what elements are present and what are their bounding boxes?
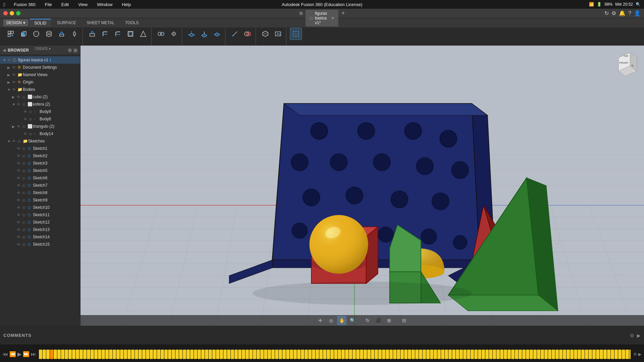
- tab-surface[interactable]: SURFACE: [52, 19, 81, 26]
- timeline-item[interactable]: [563, 350, 566, 359]
- visibility-icon[interactable]: 👁: [17, 169, 21, 173]
- timeline-item[interactable]: [175, 350, 179, 359]
- timeline-item[interactable]: [98, 350, 101, 359]
- timeline-item[interactable]: [327, 350, 330, 359]
- timeline-item[interactable]: [596, 350, 599, 359]
- refresh-icon[interactable]: ↻: [604, 10, 609, 16]
- timeline-item[interactable]: [570, 350, 574, 359]
- interference-btn[interactable]: [241, 28, 254, 40]
- timeline-item[interactable]: [364, 350, 367, 359]
- tree-item-sketch10[interactable]: 👁 ◎ ⬡ Sketch10: [0, 204, 80, 211]
- timeline-item[interactable]: [581, 350, 585, 359]
- timeline-item[interactable]: [275, 350, 278, 359]
- display-settings-icon[interactable]: ⊟: [399, 316, 409, 325]
- tree-item-sketch12[interactable]: 👁 ◎ ⬡ Sketch12: [0, 219, 80, 226]
- timeline-settings-icon[interactable]: ⚙: [633, 352, 637, 357]
- notifications-icon[interactable]: 🔔: [619, 10, 626, 16]
- tree-item-sketch8[interactable]: 👁 ◎ ⬡ Sketch8: [0, 189, 80, 196]
- timeline-item[interactable]: [460, 350, 463, 359]
- visibility-icon[interactable]: 👁: [23, 117, 28, 121]
- account-icon[interactable]: 👤: [634, 10, 641, 16]
- timeline-item[interactable]: [150, 350, 153, 359]
- timeline-item[interactable]: [91, 350, 94, 359]
- visibility-icon[interactable]: 👁: [17, 95, 21, 99]
- browser-expand-icon[interactable]: ⊞: [73, 48, 77, 53]
- timeline-item[interactable]: [168, 350, 171, 359]
- visibility-icon[interactable]: 👁: [12, 73, 17, 77]
- timeline-item[interactable]: [585, 350, 588, 359]
- timeline-item[interactable]: [412, 350, 415, 359]
- timeline-item[interactable]: [519, 350, 522, 359]
- timeline-item[interactable]: [297, 350, 301, 359]
- timeline-item[interactable]: [430, 350, 433, 359]
- tree-item-sketch5[interactable]: 👁 ◎ ⬡ Sketch5: [0, 167, 80, 174]
- menu-window[interactable]: Window: [95, 1, 114, 8]
- timeline-item[interactable]: [257, 350, 260, 359]
- new-component-btn[interactable]: [5, 28, 17, 40]
- timeline-item[interactable]: [293, 350, 297, 359]
- viewport[interactable]: FRONT TOP RT ✛ ◎ ✋ 🔍 ↻ ⬛ ⊞ ⊟: [80, 46, 644, 326]
- visibility-icon[interactable]: 👁: [17, 235, 21, 239]
- timeline-item[interactable]: [246, 350, 249, 359]
- timeline-item[interactable]: [316, 350, 319, 359]
- timeline-item[interactable]: [290, 350, 293, 359]
- offset-plane-btn[interactable]: [185, 28, 198, 40]
- timeline-item[interactable]: [238, 350, 241, 359]
- timeline-item[interactable]: [600, 350, 603, 359]
- timeline-item[interactable]: [397, 350, 400, 359]
- pan-icon[interactable]: ✋: [337, 316, 346, 325]
- timeline-item[interactable]: [415, 350, 419, 359]
- timeline-item[interactable]: [419, 350, 422, 359]
- timeline-item[interactable]: [54, 350, 57, 359]
- timeline-item[interactable]: [271, 350, 275, 359]
- visibility-icon[interactable]: 👁: [17, 102, 21, 106]
- visibility-icon[interactable]: 👁: [17, 183, 21, 187]
- zoom-icon[interactable]: 🔍: [348, 316, 357, 325]
- timeline-item[interactable]: [371, 350, 374, 359]
- timeline-item[interactable]: [205, 350, 208, 359]
- timeline-item[interactable]: [386, 350, 389, 359]
- timeline-item[interactable]: [456, 350, 459, 359]
- timeline-first-btn[interactable]: ⏮: [3, 351, 8, 357]
- visibility-icon[interactable]: 👁: [7, 58, 12, 62]
- visibility-icon[interactable]: 👁: [17, 154, 21, 158]
- plane-angle-btn[interactable]: [198, 28, 210, 40]
- timeline-item[interactable]: [231, 350, 234, 359]
- timeline-item[interactable]: [153, 350, 157, 359]
- timeline-item[interactable]: [212, 350, 216, 359]
- timeline-item[interactable]: [360, 350, 363, 359]
- menu-file[interactable]: File: [43, 1, 54, 8]
- timeline-item[interactable]: [592, 350, 596, 359]
- shell-btn[interactable]: [124, 28, 137, 40]
- timeline-item[interactable]: [341, 350, 345, 359]
- tree-item-origin[interactable]: ▶ 👁 ✛ Origin: [0, 78, 80, 86]
- timeline-item[interactable]: [50, 350, 53, 359]
- timeline-item[interactable]: [209, 350, 212, 359]
- tree-item-cubo[interactable]: ▶ 👁 ◎ ⬜ cubo (2): [0, 93, 80, 101]
- look-at-icon[interactable]: ◎: [326, 316, 336, 325]
- timeline-item[interactable]: [164, 350, 168, 359]
- measure-btn[interactable]: [229, 28, 241, 40]
- timeline-item[interactable]: [541, 350, 544, 359]
- timeline-item[interactable]: [437, 350, 441, 359]
- timeline-item[interactable]: [131, 350, 135, 359]
- visibility-icon[interactable]: 👁: [17, 146, 21, 150]
- timeline-item[interactable]: [286, 350, 289, 359]
- maximize-window-btn[interactable]: [16, 11, 20, 15]
- browser-collapse-btn[interactable]: ◀: [3, 48, 6, 53]
- timeline-item[interactable]: [434, 350, 437, 359]
- timeline-item[interactable]: [94, 350, 98, 359]
- timeline-item[interactable]: [216, 350, 219, 359]
- visibility-icon[interactable]: 👁: [17, 228, 21, 232]
- display-mode-icon[interactable]: ⬛: [374, 316, 383, 325]
- timeline-item[interactable]: [452, 350, 455, 359]
- visibility-icon[interactable]: 👁: [17, 198, 21, 202]
- apple-menu[interactable]: : [3, 2, 5, 7]
- timeline-item[interactable]: [83, 350, 87, 359]
- close-window-btn[interactable]: [3, 11, 8, 15]
- timeline-item[interactable]: [201, 350, 205, 359]
- timeline-item[interactable]: [43, 350, 46, 359]
- timeline-item[interactable]: [482, 350, 485, 359]
- timeline-item[interactable]: [408, 350, 411, 359]
- tree-item-root[interactable]: ▼ 👁 ⬡ figuras basica v1 ℹ: [0, 56, 80, 64]
